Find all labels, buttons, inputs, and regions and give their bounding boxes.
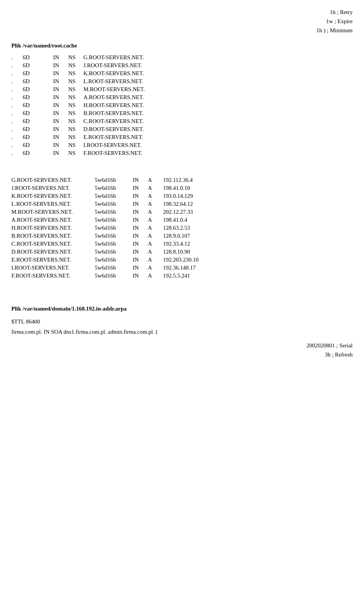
a-name: C.ROOT-SERVERS.NET. xyxy=(11,240,95,248)
ns-ttl: 6D xyxy=(23,141,53,149)
soa-block: $TTL 86400 firma.com.pl. IN SOA dns1.fir… xyxy=(11,317,353,337)
a-name: L.ROOT-SERVERS.NET. xyxy=(11,200,95,208)
a-type: A xyxy=(148,184,163,192)
a-record-row: I.ROOT-SERVERS.NET. 5w6d16h IN A 192.36.… xyxy=(11,264,353,272)
header-comments: 1h ; Retry 1w ; Expire 1h ) ; Minimum xyxy=(11,8,353,35)
ns-dot: . xyxy=(11,133,23,141)
a-ttl: 5w6d16h xyxy=(95,232,133,240)
ns-class: IN xyxy=(53,101,68,109)
ns-record-row: . 6D IN NS E.ROOT-SERVERS.NET. xyxy=(11,133,353,141)
a-class: IN xyxy=(133,176,148,184)
footer-comments: 2002020801 ; Serial 3h ; Refresh xyxy=(11,341,353,359)
ns-value: J.ROOT-SERVERS.NET. xyxy=(83,62,353,69)
ns-type: NS xyxy=(68,101,83,109)
ns-dot: . xyxy=(11,141,23,149)
a-type: A xyxy=(148,208,163,216)
ns-record-row: . 6D IN NS I.ROOT-SERVERS.NET. xyxy=(11,141,353,149)
a-type: A xyxy=(148,224,163,232)
ns-dot: . xyxy=(11,125,23,133)
a-class: IN xyxy=(133,240,148,248)
ns-record-row: . 6D IN NS J.ROOT-SERVERS.NET. xyxy=(11,62,353,69)
a-ip: 192.203.230.10 xyxy=(163,256,353,264)
a-ttl: 5w6d16h xyxy=(95,272,133,280)
a-class: IN xyxy=(133,224,148,232)
ns-class: IN xyxy=(53,125,68,133)
ns-value: I.ROOT-SERVERS.NET. xyxy=(83,141,353,149)
a-record-row: E.ROOT-SERVERS.NET. 5w6d16h IN A 192.203… xyxy=(11,256,353,264)
ns-type: NS xyxy=(68,133,83,141)
ns-class: IN xyxy=(53,77,68,85)
ns-ttl: 6D xyxy=(23,125,53,133)
ns-class: IN xyxy=(53,149,68,157)
a-name: E.ROOT-SERVERS.NET. xyxy=(11,256,95,264)
ns-class: IN xyxy=(53,62,68,69)
a-ip: 192.112.36.4 xyxy=(163,176,353,184)
a-type: A xyxy=(148,200,163,208)
ns-value: E.ROOT-SERVERS.NET. xyxy=(83,133,353,141)
a-ttl: 5w6d16h xyxy=(95,176,133,184)
a-name: H.ROOT-SERVERS.NET. xyxy=(11,224,95,232)
a-ttl: 5w6d16h xyxy=(95,224,133,232)
ns-type: NS xyxy=(68,54,83,62)
a-name: D.ROOT-SERVERS.NET. xyxy=(11,248,95,256)
ns-ttl: 6D xyxy=(23,101,53,109)
a-record-row: H.ROOT-SERVERS.NET. 5w6d16h IN A 128.63.… xyxy=(11,224,353,232)
ns-record-row: . 6D IN NS M.ROOT-SERVERS.NET. xyxy=(11,85,353,93)
ns-ttl: 6D xyxy=(23,117,53,125)
a-ttl: 5w6d16h xyxy=(95,192,133,200)
ns-ttl: 6D xyxy=(23,85,53,93)
a-type: A xyxy=(148,248,163,256)
retry-line: 1h ; Retry xyxy=(11,8,353,17)
a-record-row: G.ROOT-SERVERS.NET. 5w6d16h IN A 192.112… xyxy=(11,176,353,184)
ns-dot: . xyxy=(11,62,23,69)
a-ip: 128.9.0.107 xyxy=(163,232,353,240)
expire-line: 1w ; Expire xyxy=(11,17,353,26)
ns-ttl: 6D xyxy=(23,54,53,62)
a-type: A xyxy=(148,216,163,224)
a-record-row: C.ROOT-SERVERS.NET. 5w6d16h IN A 192.33.… xyxy=(11,240,353,248)
a-name: A.ROOT-SERVERS.NET. xyxy=(11,216,95,224)
ns-class: IN xyxy=(53,109,68,117)
a-name: J.ROOT-SERVERS.NET. xyxy=(11,184,95,192)
a-ttl: 5w6d16h xyxy=(95,184,133,192)
a-class: IN xyxy=(133,184,148,192)
ns-class: IN xyxy=(53,54,68,62)
a-record-row: J.ROOT-SERVERS.NET. 5w6d16h IN A 198.41.… xyxy=(11,184,353,192)
a-records-table: G.ROOT-SERVERS.NET. 5w6d16h IN A 192.112… xyxy=(11,176,353,280)
ns-value: L.ROOT-SERVERS.NET. xyxy=(83,77,353,85)
file2-title: Plik /var/named/domain/1.168.192.in-addr… xyxy=(11,306,353,312)
a-type: A xyxy=(148,240,163,248)
ns-record-row: . 6D IN NS C.ROOT-SERVERS.NET. xyxy=(11,117,353,125)
a-class: IN xyxy=(133,208,148,216)
a-type: A xyxy=(148,272,163,280)
ns-class: IN xyxy=(53,93,68,101)
ns-dot: . xyxy=(11,85,23,93)
ns-dot: . xyxy=(11,149,23,157)
a-ip: 202.12.27.33 xyxy=(163,208,353,216)
a-name: I.ROOT-SERVERS.NET. xyxy=(11,264,95,272)
ns-record-row: . 6D IN NS F.ROOT-SERVERS.NET. xyxy=(11,149,353,157)
a-record-row: K.ROOT-SERVERS.NET. 5w6d16h IN A 193.0.1… xyxy=(11,192,353,200)
ns-ttl: 6D xyxy=(23,149,53,157)
a-type: A xyxy=(148,176,163,184)
ns-value: G.ROOT-SERVERS.NET. xyxy=(83,54,353,62)
a-record-row: M.ROOT-SERVERS.NET. 5w6d16h IN A 202.12.… xyxy=(11,208,353,216)
ns-type: NS xyxy=(68,141,83,149)
a-class: IN xyxy=(133,264,148,272)
ns-record-row: . 6D IN NS L.ROOT-SERVERS.NET. xyxy=(11,77,353,85)
a-ip: 192.36.148.17 xyxy=(163,264,353,272)
ns-class: IN xyxy=(53,85,68,93)
a-ip: 128.8.10.90 xyxy=(163,248,353,256)
ns-record-row: . 6D IN NS B.ROOT-SERVERS.NET. xyxy=(11,109,353,117)
ns-ttl: 6D xyxy=(23,109,53,117)
a-name: M.ROOT-SERVERS.NET. xyxy=(11,208,95,216)
a-ttl: 5w6d16h xyxy=(95,208,133,216)
a-name: K.ROOT-SERVERS.NET. xyxy=(11,192,95,200)
a-name: F.ROOT-SERVERS.NET. xyxy=(11,272,95,280)
ns-record-row: . 6D IN NS H.ROOT-SERVERS.NET. xyxy=(11,101,353,109)
ns-value: C.ROOT-SERVERS.NET. xyxy=(83,117,353,125)
a-record-row: L.ROOT-SERVERS.NET. 5w6d16h IN A 198.32.… xyxy=(11,200,353,208)
a-type: A xyxy=(148,256,163,264)
ns-type: NS xyxy=(68,125,83,133)
a-name: G.ROOT-SERVERS.NET. xyxy=(11,176,95,184)
